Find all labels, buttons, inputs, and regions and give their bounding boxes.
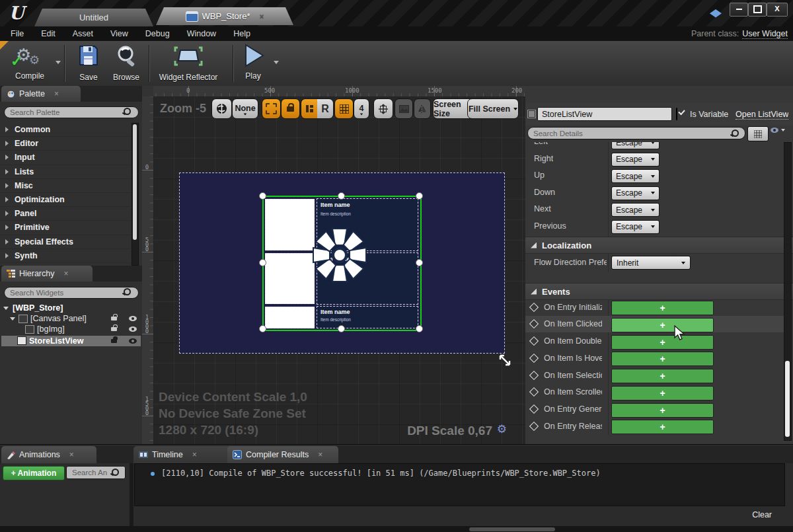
close-icon[interactable]: × (64, 269, 69, 278)
resize-handle[interactable] (416, 192, 423, 200)
resize-handle[interactable] (416, 325, 423, 332)
expand-arrow-icon[interactable] (5, 127, 9, 132)
close-icon[interactable]: × (69, 450, 74, 459)
bottom-scrollbar-track[interactable] (0, 526, 793, 532)
clear-log-button[interactable]: Clear (752, 510, 772, 519)
tab-timeline[interactable]: Timeline × (133, 446, 235, 463)
layout-flags-icon[interactable] (301, 99, 317, 118)
add-event-button[interactable]: + (611, 335, 714, 350)
display-filter-dropdown[interactable] (771, 128, 785, 133)
close-window-button[interactable]: X (767, 3, 788, 17)
palette-scrollbar[interactable] (132, 123, 139, 266)
details-search-input[interactable] (527, 127, 745, 139)
open-listview-link[interactable]: Open ListView (736, 110, 788, 120)
preview-background-button[interactable] (395, 98, 413, 119)
palette-category-primitive[interactable]: Primitive (0, 221, 131, 235)
next-nav-dropdown[interactable]: Escape (611, 203, 660, 217)
menu-debug[interactable]: Debug (143, 26, 172, 41)
tab-compiler-results[interactable]: Compiler Results × (227, 446, 338, 463)
right-nav-dropdown[interactable]: Escape (611, 153, 660, 167)
add-event-button[interactable]: + (611, 420, 714, 434)
listview-entry[interactable]: Item name Item description (317, 306, 418, 328)
visibility-eye-icon[interactable] (129, 338, 137, 344)
menu-file[interactable]: File (8, 26, 26, 41)
close-icon[interactable]: × (259, 13, 264, 20)
palette-category-input[interactable]: Input (0, 151, 131, 165)
visibility-eye-icon[interactable] (129, 326, 137, 332)
resize-handle[interactable] (338, 325, 345, 332)
close-icon[interactable]: × (54, 89, 59, 98)
parent-class-link[interactable]: User Widget (742, 29, 788, 39)
flow-direction-dropdown[interactable]: Inherit (611, 256, 691, 270)
palette-category-panel[interactable]: Panel (0, 207, 131, 221)
entry-image-placeholder[interactable] (265, 307, 315, 328)
resize-handle[interactable] (416, 259, 423, 266)
menu-help[interactable]: Help (231, 26, 253, 41)
asset-tab-untitled[interactable]: Untitled (34, 9, 153, 26)
tab-animations[interactable]: Animations × (1, 446, 96, 463)
resize-handle[interactable] (338, 192, 345, 200)
show-outlines-toggle[interactable] (262, 98, 281, 119)
palette-category-editor[interactable]: Editor (0, 137, 131, 151)
collapse-arrow-icon[interactable] (10, 317, 15, 321)
grid-snap-size-dropdown[interactable]: 4 (354, 98, 369, 119)
palette-category-common[interactable]: Common (0, 123, 131, 137)
preview-culture-dropdown[interactable]: None (232, 98, 258, 119)
play-options-dropdown[interactable] (274, 61, 279, 64)
palette-category-optimization[interactable]: Optimization (0, 193, 131, 207)
menu-window[interactable]: Window (184, 26, 219, 41)
unlocked-icon[interactable] (111, 327, 117, 331)
hierarchy-search-input[interactable] (4, 287, 139, 299)
palette-category-synth[interactable]: Synth (0, 249, 131, 263)
entry-image-placeholder[interactable] (265, 199, 315, 250)
collapse-arrow-icon[interactable] (3, 307, 9, 310)
details-scrollbar[interactable] (784, 142, 792, 441)
compiler-results-log[interactable]: [2110,10] Compile of WBP_Store successfu… (134, 463, 785, 506)
add-event-button[interactable]: + (611, 301, 714, 315)
widget-name-field[interactable] (537, 107, 672, 121)
designer-viewport[interactable]: 0 500 1000 1500 200 0 500 1000 1500 Zoom… (142, 86, 525, 444)
storelistview-selected-widget[interactable]: Item name Item description Item name Ite… (262, 196, 422, 331)
menu-view[interactable]: View (108, 26, 131, 41)
add-event-button-hovered[interactable]: + (611, 318, 714, 332)
compile-options-dropdown[interactable] (56, 61, 61, 64)
bottom-scrollbar-thumb[interactable] (469, 527, 555, 531)
palette-category-special-effects[interactable]: Special Effects (0, 235, 131, 249)
respect-locks-split-button[interactable]: R (301, 98, 334, 119)
add-event-button[interactable]: + (611, 403, 714, 418)
localization-section-header[interactable]: Localization (525, 237, 793, 254)
maximize-button[interactable] (748, 3, 767, 17)
menu-edit[interactable]: Edit (38, 26, 58, 41)
expand-arrow-icon[interactable] (5, 141, 9, 146)
resize-handle[interactable] (259, 325, 266, 332)
down-nav-dropdown[interactable]: Escape (611, 186, 660, 200)
previous-nav-dropdown[interactable]: Escape (611, 220, 660, 234)
palette-category-lists[interactable]: Lists (0, 165, 131, 179)
tree-item-wbp-store[interactable]: [WBP_Store] (0, 303, 142, 313)
minimize-button[interactable] (730, 3, 748, 17)
expand-arrow-icon[interactable] (5, 155, 9, 160)
transform-mode-button[interactable] (373, 98, 393, 119)
lock-icon[interactable] (111, 339, 117, 343)
palette-search-input[interactable] (4, 106, 139, 118)
is-variable-checkbox[interactable] (676, 108, 677, 120)
details-scrollbar-thumb[interactable] (785, 361, 790, 437)
up-nav-dropdown[interactable]: Escape (611, 169, 660, 183)
palette-scrollbar-thumb[interactable] (133, 124, 137, 240)
flip-preview-button[interactable] (414, 98, 431, 119)
entry-image-placeholder[interactable] (265, 253, 315, 304)
tree-item-storelistview-selected[interactable]: StoreListView (1, 336, 141, 346)
add-animation-button[interactable]: + Animation (3, 466, 65, 480)
tutorial-cap-icon[interactable] (710, 9, 722, 19)
fill-screen-dropdown[interactable]: Fill Screen (467, 98, 519, 119)
add-event-button[interactable]: + (611, 369, 714, 383)
tree-item-canvas-panel[interactable]: [Canvas Panel] (0, 313, 142, 324)
tab-hierarchy[interactable]: Hierarchy × (1, 266, 93, 282)
unlocked-icon[interactable] (111, 317, 117, 321)
resize-handle[interactable] (259, 259, 266, 266)
menu-asset[interactable]: Asset (70, 26, 96, 41)
expand-arrow-icon[interactable] (5, 225, 9, 230)
palette-category-misc[interactable]: Misc (0, 179, 131, 193)
add-event-button[interactable]: + (611, 352, 714, 366)
events-section-header[interactable]: Events (525, 283, 793, 300)
